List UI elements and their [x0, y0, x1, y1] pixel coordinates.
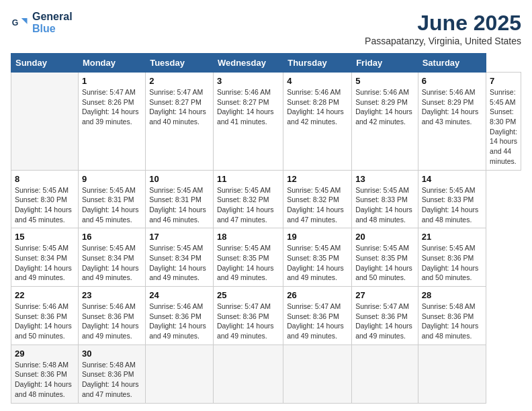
day-detail: Sunrise: 5:47 AMSunset: 8:27 PMDaylight:… — [149, 87, 210, 127]
header: G General Blue June 2025 Passapatanzy, V… — [11, 11, 521, 46]
calendar-week-row: 29Sunrise: 5:48 AMSunset: 8:36 PMDayligh… — [11, 345, 521, 403]
col-friday: Friday — [352, 54, 418, 73]
day-detail: Sunrise: 5:45 AMSunset: 8:32 PMDaylight:… — [217, 185, 279, 225]
calendar-day-cell: 30Sunrise: 5:48 AMSunset: 8:36 PMDayligh… — [78, 345, 145, 403]
calendar-week-row: 22Sunrise: 5:46 AMSunset: 8:36 PMDayligh… — [11, 287, 521, 345]
calendar-day-cell: 21Sunrise: 5:45 AMSunset: 8:36 PMDayligh… — [418, 228, 486, 287]
calendar-day-cell: 15Sunrise: 5:45 AMSunset: 8:34 PMDayligh… — [11, 228, 79, 287]
day-number: 12 — [287, 174, 348, 184]
calendar-day-cell — [11, 73, 79, 171]
calendar-day-cell: 10Sunrise: 5:45 AMSunset: 8:31 PMDayligh… — [146, 170, 214, 228]
day-number: 4 — [287, 76, 348, 86]
day-detail: Sunrise: 5:46 AMSunset: 8:27 PMDaylight:… — [217, 87, 279, 127]
day-number: 29 — [15, 349, 75, 359]
day-number: 14 — [422, 174, 482, 184]
col-wednesday: Wednesday — [213, 54, 283, 73]
day-detail: Sunrise: 5:45 AMSunset: 8:30 PMDaylight:… — [490, 87, 517, 167]
calendar-day-cell: 5Sunrise: 5:46 AMSunset: 8:29 PMDaylight… — [352, 73, 418, 171]
calendar-day-cell: 20Sunrise: 5:45 AMSunset: 8:35 PMDayligh… — [352, 228, 418, 287]
calendar-day-cell: 18Sunrise: 5:45 AMSunset: 8:35 PMDayligh… — [213, 228, 283, 287]
calendar-week-row: 1Sunrise: 5:47 AMSunset: 8:26 PMDaylight… — [11, 73, 521, 171]
day-detail: Sunrise: 5:45 AMSunset: 8:36 PMDaylight:… — [422, 243, 482, 283]
calendar-day-cell: 11Sunrise: 5:45 AMSunset: 8:32 PMDayligh… — [213, 170, 283, 228]
day-number: 18 — [217, 232, 279, 242]
logo: G General Blue — [11, 11, 73, 34]
calendar-day-cell: 14Sunrise: 5:45 AMSunset: 8:33 PMDayligh… — [418, 170, 486, 228]
day-number: 21 — [422, 232, 482, 242]
day-number: 8 — [15, 174, 75, 184]
calendar-day-cell: 9Sunrise: 5:45 AMSunset: 8:31 PMDaylight… — [78, 170, 145, 228]
calendar-day-cell: 13Sunrise: 5:45 AMSunset: 8:33 PMDayligh… — [352, 170, 418, 228]
calendar-day-cell: 29Sunrise: 5:48 AMSunset: 8:36 PMDayligh… — [11, 345, 79, 403]
calendar-day-cell: 23Sunrise: 5:46 AMSunset: 8:36 PMDayligh… — [78, 287, 145, 345]
day-detail: Sunrise: 5:45 AMSunset: 8:34 PMDaylight:… — [149, 243, 210, 283]
calendar-day-cell: 22Sunrise: 5:46 AMSunset: 8:36 PMDayligh… — [11, 287, 79, 345]
svg-marker-1 — [21, 18, 28, 24]
day-number: 1 — [82, 76, 142, 86]
title-area: June 2025 Passapatanzy, Virginia, United… — [365, 11, 521, 46]
logo-line2: Blue — [32, 23, 73, 35]
calendar-week-row: 8Sunrise: 5:45 AMSunset: 8:30 PMDaylight… — [11, 170, 521, 228]
day-detail: Sunrise: 5:45 AMSunset: 8:34 PMDaylight:… — [82, 243, 142, 283]
day-number: 3 — [217, 76, 279, 86]
calendar-day-cell: 8Sunrise: 5:45 AMSunset: 8:30 PMDaylight… — [11, 170, 79, 228]
day-number: 13 — [355, 174, 414, 184]
day-detail: Sunrise: 5:45 AMSunset: 8:30 PMDaylight:… — [15, 185, 75, 225]
day-number: 20 — [355, 232, 414, 242]
calendar-day-cell — [352, 345, 418, 403]
day-detail: Sunrise: 5:45 AMSunset: 8:31 PMDaylight:… — [149, 185, 210, 225]
day-number: 10 — [149, 174, 210, 184]
calendar-day-cell: 24Sunrise: 5:46 AMSunset: 8:36 PMDayligh… — [146, 287, 214, 345]
calendar-day-cell: 2Sunrise: 5:47 AMSunset: 8:27 PMDaylight… — [146, 73, 214, 171]
day-detail: Sunrise: 5:46 AMSunset: 8:36 PMDaylight:… — [82, 302, 142, 341]
day-detail: Sunrise: 5:48 AMSunset: 8:36 PMDaylight:… — [422, 302, 482, 341]
day-number: 7 — [490, 76, 517, 86]
day-number: 22 — [15, 290, 75, 300]
svg-text:G: G — [12, 17, 19, 27]
calendar-day-cell: 3Sunrise: 5:46 AMSunset: 8:27 PMDaylight… — [213, 73, 283, 171]
calendar-subtitle: Passapatanzy, Virginia, United States — [365, 36, 521, 46]
calendar-day-cell: 4Sunrise: 5:46 AMSunset: 8:28 PMDaylight… — [283, 73, 352, 171]
day-detail: Sunrise: 5:47 AMSunset: 8:36 PMDaylight:… — [355, 302, 414, 341]
day-detail: Sunrise: 5:45 AMSunset: 8:33 PMDaylight:… — [355, 185, 414, 225]
col-sunday: Sunday — [11, 54, 79, 73]
day-detail: Sunrise: 5:48 AMSunset: 8:36 PMDaylight:… — [15, 360, 75, 400]
day-detail: Sunrise: 5:45 AMSunset: 8:32 PMDaylight:… — [287, 185, 348, 225]
day-number: 30 — [82, 349, 142, 359]
logo-line1: General — [32, 11, 73, 23]
col-saturday: Saturday — [418, 54, 486, 73]
day-detail: Sunrise: 5:46 AMSunset: 8:36 PMDaylight:… — [15, 302, 75, 341]
calendar-day-cell — [213, 345, 283, 403]
day-detail: Sunrise: 5:46 AMSunset: 8:29 PMDaylight:… — [355, 87, 414, 127]
day-detail: Sunrise: 5:46 AMSunset: 8:28 PMDaylight:… — [287, 87, 348, 127]
day-number: 16 — [82, 232, 142, 242]
calendar-day-cell: 27Sunrise: 5:47 AMSunset: 8:36 PMDayligh… — [352, 287, 418, 345]
calendar-week-row: 15Sunrise: 5:45 AMSunset: 8:34 PMDayligh… — [11, 228, 521, 287]
day-number: 15 — [15, 232, 75, 242]
day-number: 6 — [422, 76, 482, 86]
calendar-day-cell — [283, 345, 352, 403]
calendar-day-cell: 7Sunrise: 5:45 AMSunset: 8:30 PMDaylight… — [486, 73, 521, 171]
day-number: 26 — [287, 290, 348, 300]
day-number: 25 — [217, 290, 279, 300]
day-detail: Sunrise: 5:47 AMSunset: 8:26 PMDaylight:… — [82, 87, 142, 127]
day-number: 17 — [149, 232, 210, 242]
day-detail: Sunrise: 5:46 AMSunset: 8:29 PMDaylight:… — [422, 87, 482, 127]
calendar-header-row: Sunday Monday Tuesday Wednesday Thursday… — [11, 54, 521, 73]
day-number: 27 — [355, 290, 414, 300]
calendar-day-cell: 17Sunrise: 5:45 AMSunset: 8:34 PMDayligh… — [146, 228, 214, 287]
day-detail: Sunrise: 5:45 AMSunset: 8:31 PMDaylight:… — [82, 185, 142, 225]
calendar-day-cell: 25Sunrise: 5:47 AMSunset: 8:36 PMDayligh… — [213, 287, 283, 345]
day-detail: Sunrise: 5:47 AMSunset: 8:36 PMDaylight:… — [217, 302, 279, 341]
day-detail: Sunrise: 5:45 AMSunset: 8:33 PMDaylight:… — [422, 185, 482, 225]
calendar-day-cell: 28Sunrise: 5:48 AMSunset: 8:36 PMDayligh… — [418, 287, 486, 345]
calendar-day-cell: 19Sunrise: 5:45 AMSunset: 8:35 PMDayligh… — [283, 228, 352, 287]
calendar-table: Sunday Monday Tuesday Wednesday Thursday… — [11, 53, 521, 404]
calendar-day-cell: 1Sunrise: 5:47 AMSunset: 8:26 PMDaylight… — [78, 73, 145, 171]
day-detail: Sunrise: 5:45 AMSunset: 8:35 PMDaylight:… — [355, 243, 414, 283]
day-detail: Sunrise: 5:47 AMSunset: 8:36 PMDaylight:… — [287, 302, 348, 341]
day-number: 23 — [82, 290, 142, 300]
calendar-day-cell: 26Sunrise: 5:47 AMSunset: 8:36 PMDayligh… — [283, 287, 352, 345]
col-monday: Monday — [78, 54, 145, 73]
day-number: 9 — [82, 174, 142, 184]
